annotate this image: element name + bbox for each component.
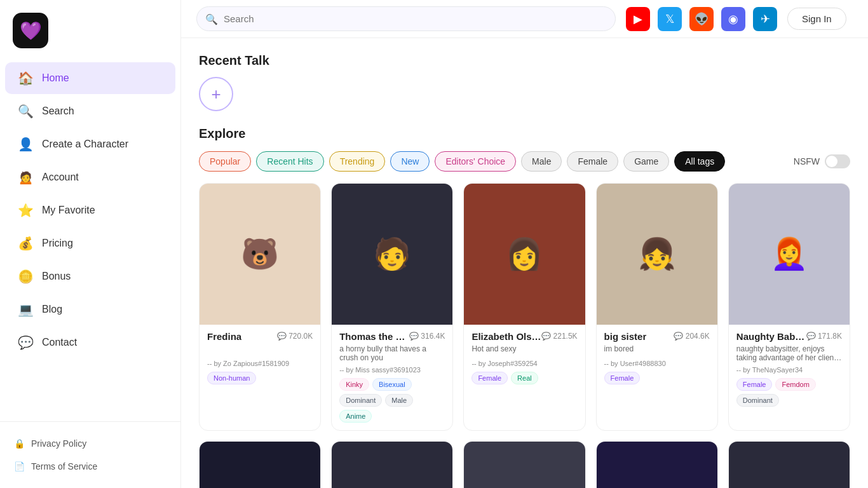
card-thomas-bully[interactable]: 🧑 Thomas the bully 💬 316.4K a horny bull… [331,183,453,431]
card-name-thomas-bully: Thomas the bully [339,331,409,342]
topbar: 🔍 ▶𝕏👽◉✈ Sign In [181,0,868,38]
card2-dark1[interactable]: 🧑‍🦱 [331,441,453,488]
sidebar-item-home[interactable]: 🏠Home [5,62,175,94]
card-desc-naughty-babysitter: naughty babysitter, enjoys taking advant… [736,344,842,362]
footer-item-terms[interactable]: 📄Terms of Service [8,455,173,478]
sign-in-button[interactable]: Sign In [787,8,846,30]
twitter-icon[interactable]: 𝕏 [658,7,682,31]
add-talk-button[interactable]: + [199,77,233,111]
card-count-elizabeth-olsen: 💬 221.5K [541,332,577,341]
card-count-fredina: 💬 720.0K [277,332,313,341]
sidebar-item-my-favorite[interactable]: ⭐My Favorite [5,194,175,226]
card-big-sister[interactable]: 👧 big sister 💬 204.6K im bored -- by Use… [596,183,718,431]
main-content: 🔍 ▶𝕏👽◉✈ Sign In Recent Talk + Explore Po… [181,0,868,488]
card-image-naughty-babysitter: 👩‍🦰 [729,184,850,325]
card-image-thomas-bully: 🧑 [332,184,452,325]
card-body-thomas-bully: Thomas the bully 💬 316.4K a horny bully … [332,325,452,430]
card-author-thomas-bully: -- by Miss sassy#3691023 [339,366,445,374]
search-icon: 🔍 [205,13,218,25]
cards-grid: 🐻 Fredina 💬 720.0K -- by Zo Zapious#1581… [199,183,850,431]
tag-bisexual: Bisexual [372,378,412,391]
tag-female: Female [471,372,508,384]
card2-anime1[interactable]: 😊 [463,441,585,488]
sidebar-label-contact: Contact [42,337,77,348]
sidebar-label-home: Home [42,72,69,84]
recent-talk-title: Recent Talk [199,53,850,68]
footer-label-privacy: Privacy Policy [31,438,86,449]
tag-male[interactable]: Male [521,151,562,172]
card-fredina[interactable]: 🐻 Fredina 💬 720.0K -- by Zo Zapious#1581… [199,183,321,431]
card-body-elizabeth-olsen: Elizabeth Olsen 💬 221.5K Hot and sexy --… [464,325,585,392]
card-naughty-babysitter[interactable]: 👩‍🦰 Naughty Babysi... 💬 171.8K naughty b… [728,183,850,431]
discord-icon[interactable]: ◉ [721,7,745,31]
tag-trending[interactable]: Trending [329,151,386,172]
card-name-naughty-babysitter: Naughty Babysi... [736,331,806,342]
tags-row: PopularRecent HitsTrendingNewEditors' Ch… [199,151,850,172]
card-tags-fredina: Non-human [207,372,313,384]
sidebar-item-pricing[interactable]: 💰Pricing [5,227,175,259]
bonus-icon: 🪙 [18,269,33,284]
account-icon: 🙍 [18,170,33,185]
sidebar-label-blog: Blog [42,304,62,315]
card2-image-cat: 🐱 [597,442,717,488]
privacy-icon: 🔒 [14,438,25,449]
blog-icon: 💻 [18,302,33,317]
tag-dominant: Dominant [736,394,779,407]
youtube-icon[interactable]: ▶ [626,7,650,31]
home-icon: 🏠 [18,71,33,86]
tag-femdom: Femdom [775,378,815,391]
card2-cat[interactable]: 🐱 [596,441,718,488]
tag-new[interactable]: New [390,151,430,172]
tag-popular[interactable]: Popular [199,151,251,172]
card-author-elizabeth-olsen: -- by Joseph#359254 [471,360,577,367]
nsfw-toggle[interactable] [825,154,850,168]
card-name-fredina: Fredina [207,331,241,342]
card2-anime2[interactable]: 👦 [728,441,850,488]
sidebar-label-create-character: Create a Character [42,139,128,150]
tag-male: Male [385,394,413,407]
card-tags-thomas-bully: KinkyBisexualDominantMaleAnime [339,378,445,423]
sidebar-item-create-character[interactable]: 👤Create a Character [5,128,175,160]
tag-editors-choice[interactable]: Editors' Choice [435,151,516,172]
card-desc-thomas-bully: a horny bully that haves a crush on you [339,344,445,362]
sidebar-item-account[interactable]: 🙍Account [5,161,175,193]
social-icons: ▶𝕏👽◉✈ [626,7,777,31]
card-body-naughty-babysitter: Naughty Babysi... 💬 171.8K naughty babys… [729,325,850,414]
card2-angel[interactable]: 🧚 [199,441,321,488]
tag-non-human: Non-human [207,372,256,384]
card-body-fredina: Fredina 💬 720.0K -- by Zo Zapious#158190… [200,325,320,392]
card-tags-naughty-babysitter: FemaleFemdomDominant [736,378,842,407]
card-author-fredina: -- by Zo Zapious#1581909 [207,360,313,367]
card-desc-elizabeth-olsen: Hot and sexy [471,344,577,356]
tag-recent-hits[interactable]: Recent Hits [256,151,323,172]
sidebar-item-search[interactable]: 🔍Search [5,95,175,127]
nsfw-label: NSFW [794,156,820,166]
my-favorite-icon: ⭐ [18,203,33,218]
search-input[interactable] [196,6,616,31]
tag-all-tags[interactable]: All tags [674,151,725,172]
sidebar-label-pricing: Pricing [42,238,73,249]
contact-icon: 💬 [18,335,33,350]
footer-item-privacy[interactable]: 🔒Privacy Policy [8,432,173,455]
card-author-big-sister: -- by User#4988830 [604,360,710,367]
card-elizabeth-olsen[interactable]: 👩 Elizabeth Olsen 💬 221.5K Hot and sexy … [463,183,585,431]
card-count-big-sister: 💬 204.6K [674,332,709,341]
footer-label-terms: Terms of Service [31,461,97,471]
card-desc-fredina [207,344,313,356]
tag-game[interactable]: Game [623,151,669,172]
logo[interactable]: 💜 [13,13,48,48]
card2-image-anime1: 😊 [464,442,585,488]
sidebar-item-blog[interactable]: 💻Blog [5,294,175,325]
sidebar-item-contact[interactable]: 💬Contact [5,327,175,358]
tag-female: Female [736,378,773,391]
reddit-icon[interactable]: 👽 [689,7,714,31]
sidebar-label-bonus: Bonus [42,271,71,282]
sidebar-label-account: Account [42,172,79,183]
tag-kinky: Kinky [339,378,369,391]
telegram-icon[interactable]: ✈ [753,7,777,31]
tag-female[interactable]: Female [567,151,618,172]
card-author-naughty-babysitter: -- by TheNaySayer34 [736,366,842,374]
card-tags-big-sister: Female [604,372,710,384]
explore-section: Explore PopularRecent HitsTrendingNewEdi… [199,126,850,488]
sidebar-item-bonus[interactable]: 🪙Bonus [5,261,175,292]
